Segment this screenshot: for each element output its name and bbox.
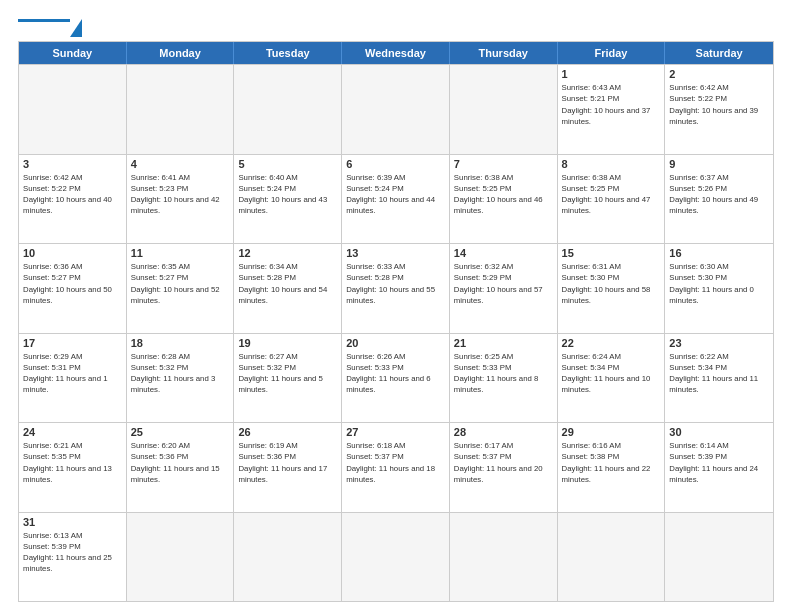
day-info: Sunrise: 6:19 AM Sunset: 5:36 PM Dayligh…: [238, 440, 337, 485]
calendar-cell: 17Sunrise: 6:29 AM Sunset: 5:31 PM Dayli…: [19, 334, 127, 423]
calendar-header: SundayMondayTuesdayWednesdayThursdayFrid…: [19, 42, 773, 64]
calendar-cell: 23Sunrise: 6:22 AM Sunset: 5:34 PM Dayli…: [665, 334, 773, 423]
day-number: 25: [131, 426, 230, 438]
day-number: 27: [346, 426, 445, 438]
day-number: 14: [454, 247, 553, 259]
day-number: 2: [669, 68, 769, 80]
day-number: 8: [562, 158, 661, 170]
day-info: Sunrise: 6:38 AM Sunset: 5:25 PM Dayligh…: [562, 172, 661, 217]
calendar-cell: 9Sunrise: 6:37 AM Sunset: 5:26 PM Daylig…: [665, 155, 773, 244]
day-info: Sunrise: 6:13 AM Sunset: 5:39 PM Dayligh…: [23, 530, 122, 575]
calendar-cell: [234, 65, 342, 154]
day-info: Sunrise: 6:38 AM Sunset: 5:25 PM Dayligh…: [454, 172, 553, 217]
header-day-monday: Monday: [127, 42, 235, 64]
calendar-cell: 11Sunrise: 6:35 AM Sunset: 5:27 PM Dayli…: [127, 244, 235, 333]
calendar-cell: 2Sunrise: 6:42 AM Sunset: 5:22 PM Daylig…: [665, 65, 773, 154]
day-info: Sunrise: 6:31 AM Sunset: 5:30 PM Dayligh…: [562, 261, 661, 306]
logo: [18, 18, 82, 37]
calendar-cell: 26Sunrise: 6:19 AM Sunset: 5:36 PM Dayli…: [234, 423, 342, 512]
day-number: 11: [131, 247, 230, 259]
day-number: 19: [238, 337, 337, 349]
day-number: 12: [238, 247, 337, 259]
day-info: Sunrise: 6:42 AM Sunset: 5:22 PM Dayligh…: [669, 82, 769, 127]
day-number: 5: [238, 158, 337, 170]
day-number: 18: [131, 337, 230, 349]
day-number: 6: [346, 158, 445, 170]
calendar-cell: [450, 65, 558, 154]
day-number: 21: [454, 337, 553, 349]
calendar-cell: [234, 513, 342, 602]
logo-underline: [18, 19, 70, 22]
calendar-cell: 5Sunrise: 6:40 AM Sunset: 5:24 PM Daylig…: [234, 155, 342, 244]
day-number: 24: [23, 426, 122, 438]
day-number: 22: [562, 337, 661, 349]
calendar-cell: 25Sunrise: 6:20 AM Sunset: 5:36 PM Dayli…: [127, 423, 235, 512]
day-number: 13: [346, 247, 445, 259]
day-info: Sunrise: 6:42 AM Sunset: 5:22 PM Dayligh…: [23, 172, 122, 217]
day-number: 7: [454, 158, 553, 170]
day-number: 10: [23, 247, 122, 259]
calendar-cell: [342, 513, 450, 602]
header-day-thursday: Thursday: [450, 42, 558, 64]
calendar-cell: 4Sunrise: 6:41 AM Sunset: 5:23 PM Daylig…: [127, 155, 235, 244]
calendar-cell: 7Sunrise: 6:38 AM Sunset: 5:25 PM Daylig…: [450, 155, 558, 244]
header-day-wednesday: Wednesday: [342, 42, 450, 64]
calendar-cell: 21Sunrise: 6:25 AM Sunset: 5:33 PM Dayli…: [450, 334, 558, 423]
day-info: Sunrise: 6:16 AM Sunset: 5:38 PM Dayligh…: [562, 440, 661, 485]
day-info: Sunrise: 6:35 AM Sunset: 5:27 PM Dayligh…: [131, 261, 230, 306]
calendar-body: 1Sunrise: 6:43 AM Sunset: 5:21 PM Daylig…: [19, 64, 773, 601]
day-info: Sunrise: 6:41 AM Sunset: 5:23 PM Dayligh…: [131, 172, 230, 217]
calendar-cell: 18Sunrise: 6:28 AM Sunset: 5:32 PM Dayli…: [127, 334, 235, 423]
day-number: 28: [454, 426, 553, 438]
calendar-cell: 30Sunrise: 6:14 AM Sunset: 5:39 PM Dayli…: [665, 423, 773, 512]
calendar-cell: [665, 513, 773, 602]
calendar-cell: 12Sunrise: 6:34 AM Sunset: 5:28 PM Dayli…: [234, 244, 342, 333]
calendar-row-5: 31Sunrise: 6:13 AM Sunset: 5:39 PM Dayli…: [19, 512, 773, 602]
day-info: Sunrise: 6:29 AM Sunset: 5:31 PM Dayligh…: [23, 351, 122, 396]
calendar-cell: 3Sunrise: 6:42 AM Sunset: 5:22 PM Daylig…: [19, 155, 127, 244]
day-info: Sunrise: 6:43 AM Sunset: 5:21 PM Dayligh…: [562, 82, 661, 127]
day-info: Sunrise: 6:30 AM Sunset: 5:30 PM Dayligh…: [669, 261, 769, 306]
calendar-cell: 20Sunrise: 6:26 AM Sunset: 5:33 PM Dayli…: [342, 334, 450, 423]
day-number: 9: [669, 158, 769, 170]
calendar-cell: [558, 513, 666, 602]
day-info: Sunrise: 6:27 AM Sunset: 5:32 PM Dayligh…: [238, 351, 337, 396]
day-number: 20: [346, 337, 445, 349]
calendar-row-2: 10Sunrise: 6:36 AM Sunset: 5:27 PM Dayli…: [19, 243, 773, 333]
day-number: 3: [23, 158, 122, 170]
day-number: 1: [562, 68, 661, 80]
day-info: Sunrise: 6:21 AM Sunset: 5:35 PM Dayligh…: [23, 440, 122, 485]
day-info: Sunrise: 6:18 AM Sunset: 5:37 PM Dayligh…: [346, 440, 445, 485]
header-day-saturday: Saturday: [665, 42, 773, 64]
day-info: Sunrise: 6:20 AM Sunset: 5:36 PM Dayligh…: [131, 440, 230, 485]
day-info: Sunrise: 6:28 AM Sunset: 5:32 PM Dayligh…: [131, 351, 230, 396]
calendar-row-3: 17Sunrise: 6:29 AM Sunset: 5:31 PM Dayli…: [19, 333, 773, 423]
header: [18, 18, 774, 37]
calendar-cell: 16Sunrise: 6:30 AM Sunset: 5:30 PM Dayli…: [665, 244, 773, 333]
calendar-cell: 1Sunrise: 6:43 AM Sunset: 5:21 PM Daylig…: [558, 65, 666, 154]
day-info: Sunrise: 6:34 AM Sunset: 5:28 PM Dayligh…: [238, 261, 337, 306]
day-info: Sunrise: 6:22 AM Sunset: 5:34 PM Dayligh…: [669, 351, 769, 396]
day-info: Sunrise: 6:17 AM Sunset: 5:37 PM Dayligh…: [454, 440, 553, 485]
day-number: 15: [562, 247, 661, 259]
calendar-cell: 15Sunrise: 6:31 AM Sunset: 5:30 PM Dayli…: [558, 244, 666, 333]
day-info: Sunrise: 6:36 AM Sunset: 5:27 PM Dayligh…: [23, 261, 122, 306]
calendar-cell: [127, 65, 235, 154]
calendar-cell: 13Sunrise: 6:33 AM Sunset: 5:28 PM Dayli…: [342, 244, 450, 333]
day-info: Sunrise: 6:25 AM Sunset: 5:33 PM Dayligh…: [454, 351, 553, 396]
day-number: 26: [238, 426, 337, 438]
calendar-cell: 29Sunrise: 6:16 AM Sunset: 5:38 PM Dayli…: [558, 423, 666, 512]
header-day-sunday: Sunday: [19, 42, 127, 64]
day-info: Sunrise: 6:26 AM Sunset: 5:33 PM Dayligh…: [346, 351, 445, 396]
day-info: Sunrise: 6:24 AM Sunset: 5:34 PM Dayligh…: [562, 351, 661, 396]
day-number: 16: [669, 247, 769, 259]
day-info: Sunrise: 6:40 AM Sunset: 5:24 PM Dayligh…: [238, 172, 337, 217]
calendar-cell: 19Sunrise: 6:27 AM Sunset: 5:32 PM Dayli…: [234, 334, 342, 423]
day-info: Sunrise: 6:37 AM Sunset: 5:26 PM Dayligh…: [669, 172, 769, 217]
calendar-cell: 24Sunrise: 6:21 AM Sunset: 5:35 PM Dayli…: [19, 423, 127, 512]
calendar-cell: 28Sunrise: 6:17 AM Sunset: 5:37 PM Dayli…: [450, 423, 558, 512]
calendar-cell: [127, 513, 235, 602]
calendar: SundayMondayTuesdayWednesdayThursdayFrid…: [18, 41, 774, 602]
calendar-cell: 10Sunrise: 6:36 AM Sunset: 5:27 PM Dayli…: [19, 244, 127, 333]
calendar-cell: [342, 65, 450, 154]
